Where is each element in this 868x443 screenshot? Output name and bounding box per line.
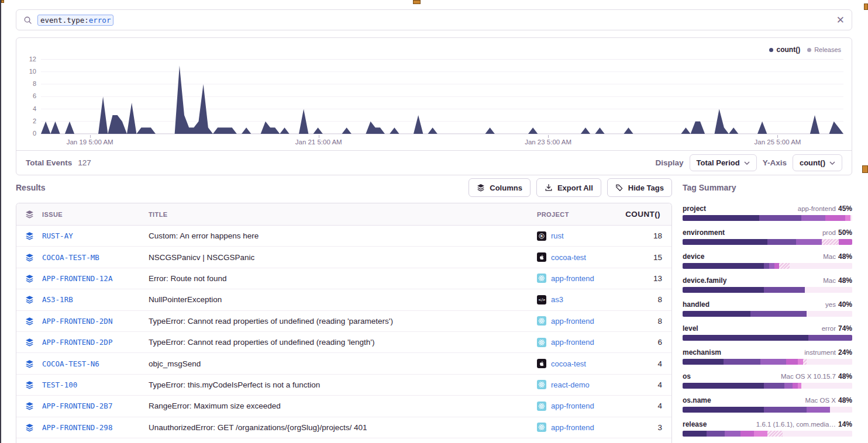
issue-link[interactable]: APP-FRONTEND-12A xyxy=(42,274,149,283)
issue-title: Custom: An error happens here xyxy=(149,231,537,240)
column-header-title: TITLE xyxy=(149,211,537,218)
tag-distribution-bar[interactable] xyxy=(683,359,852,365)
issue-link[interactable]: APP-FRONTEND-2B7 xyxy=(42,402,149,410)
tag-distribution-bar[interactable] xyxy=(683,383,852,389)
tag-summary-panel: Tag Summary projectapp-frontend45%enviro… xyxy=(683,178,852,443)
issue-link[interactable]: AS3-1RB xyxy=(42,295,149,304)
tag-distribution-bar[interactable] xyxy=(683,311,852,317)
tag-row: projectapp-frontend45% xyxy=(683,205,852,221)
project-link[interactable]: app-frontend xyxy=(551,274,594,283)
issue-link[interactable]: APP-FRONTEND-2DN xyxy=(42,317,149,326)
tag-bar-segment xyxy=(764,407,807,413)
project-link[interactable]: cocoa-test xyxy=(551,359,586,368)
search-filter-token[interactable]: event.type: error xyxy=(37,15,113,26)
react-project-icon xyxy=(537,274,546,283)
legend-item-releases[interactable]: Releases xyxy=(807,46,841,53)
display-dropdown[interactable]: Total Period xyxy=(690,154,757,171)
export-all-button[interactable]: Export All xyxy=(536,178,601,197)
tag-distribution-bar[interactable] xyxy=(683,239,852,245)
tag-bar-segment xyxy=(683,287,764,293)
hide-tags-button-label: Hide Tags xyxy=(628,184,664,192)
tag-distribution-bar[interactable] xyxy=(683,431,852,437)
issue-stack-icon xyxy=(16,231,42,240)
tag-bar-segment xyxy=(807,359,852,365)
count-value: 6 xyxy=(626,338,671,347)
tag-bar-segment xyxy=(725,431,740,437)
y-tick-label: 2 xyxy=(33,117,36,124)
issue-title: RangeError: Maximum size exceeded xyxy=(149,402,537,410)
issue-stack-icon xyxy=(16,359,42,368)
columns-button[interactable]: Columns xyxy=(469,178,531,197)
issue-link[interactable]: COCOA-TEST-N6 xyxy=(42,359,149,368)
tag-bar-segment xyxy=(683,335,808,341)
count-value: 15 xyxy=(626,253,671,262)
table-row: APP-FRONTEND-2DPTypeError: Cannot read p… xyxy=(16,332,671,353)
issue-link[interactable]: RUST-AY xyxy=(42,231,149,240)
hide-tags-button[interactable]: Hide Tags xyxy=(607,178,672,197)
tag-bar-segment xyxy=(764,263,769,269)
apple-project-icon xyxy=(537,252,546,262)
issue-title: NSCGSPanicv | NSCGSPanic xyxy=(149,253,537,262)
column-header-project: PROJECT xyxy=(537,211,626,218)
count-value: 8 xyxy=(626,317,671,326)
x-tick-label: Jan 19 5:00 AM xyxy=(67,139,113,146)
project-link[interactable]: rust xyxy=(551,231,564,240)
tag-row: device.familyMac48% xyxy=(683,276,852,293)
issue-link[interactable]: APP-FRONTEND-298 xyxy=(42,423,149,432)
screenshot-artifact xyxy=(413,0,421,4)
tag-distribution-bar[interactable] xyxy=(683,215,852,221)
react-project-icon xyxy=(537,423,546,432)
total-events-value: 127 xyxy=(78,158,91,167)
tag-bar-segment xyxy=(767,431,783,437)
tag-row: environmentprod50% xyxy=(683,229,852,245)
issue-link[interactable]: TEST-100 xyxy=(42,380,149,389)
tag-bar-segment xyxy=(808,335,852,341)
column-header-count[interactable]: COUNT() xyxy=(626,210,671,219)
tag-distribution-bar[interactable] xyxy=(683,407,852,413)
tag-name: handled xyxy=(683,300,709,309)
project-link[interactable]: app-frontend xyxy=(551,402,594,410)
project-link[interactable]: app-frontend xyxy=(551,338,594,347)
issue-title: UnauthorizedError: GET /organizations/{o… xyxy=(149,423,537,432)
y-tick-label: 8 xyxy=(33,80,36,87)
rust-project-icon: R xyxy=(537,231,546,241)
tag-distribution-bar[interactable] xyxy=(683,263,852,269)
screenshot-artifact xyxy=(862,165,868,173)
project-link[interactable]: app-frontend xyxy=(551,423,594,432)
project-link[interactable]: app-frontend xyxy=(551,317,594,326)
project-link[interactable]: as3 xyxy=(551,295,563,304)
project-link[interactable]: cocoa-test xyxy=(551,253,586,262)
tag-row: osMac OS X 10.15.748% xyxy=(683,372,852,389)
clear-search-icon[interactable]: ✕ xyxy=(836,15,845,25)
search-input[interactable]: event.type: error ✕ xyxy=(16,9,852,30)
tag-top-value: error xyxy=(822,325,836,332)
tag-top-value: Mac xyxy=(823,253,836,260)
tag-distribution-bar[interactable] xyxy=(683,335,852,341)
tag-name: mechanism xyxy=(683,348,721,357)
tag-bar-segment xyxy=(783,431,852,437)
issue-link[interactable]: APP-FRONTEND-2DP xyxy=(42,338,149,347)
tag-name: environment xyxy=(683,229,725,237)
screenshot-edge-artifact xyxy=(0,0,1,443)
results-heading: Results xyxy=(16,183,46,192)
chart-legend: count() Releases xyxy=(769,46,841,54)
issue-title: TypeError: Cannot read properties of und… xyxy=(149,338,537,347)
y-axis-labels: 024681012 xyxy=(21,53,41,135)
legend-item-count[interactable]: count() xyxy=(769,46,800,54)
react-project-icon xyxy=(537,380,546,389)
tag-bar-segment xyxy=(807,311,852,317)
y-axis-dropdown[interactable]: count() xyxy=(793,154,842,171)
issue-link[interactable]: COCOA-TEST-MB xyxy=(42,253,149,262)
tag-bar-segment xyxy=(801,215,825,221)
tag-summary-heading: Tag Summary xyxy=(683,178,852,197)
tag-bar-segment xyxy=(774,263,780,269)
y-axis-label: Y-Axis xyxy=(763,158,787,167)
count-value: 3 xyxy=(626,423,671,432)
tag-name: device.family xyxy=(683,276,726,285)
project-link[interactable]: react-demo xyxy=(551,380,590,389)
tag-top-percentage: 24% xyxy=(838,348,852,357)
tag-distribution-bar[interactable] xyxy=(683,287,852,293)
screenshot-artifact xyxy=(864,4,868,10)
tag-bar-segment xyxy=(850,215,852,221)
tag-top-percentage: 74% xyxy=(838,324,852,333)
